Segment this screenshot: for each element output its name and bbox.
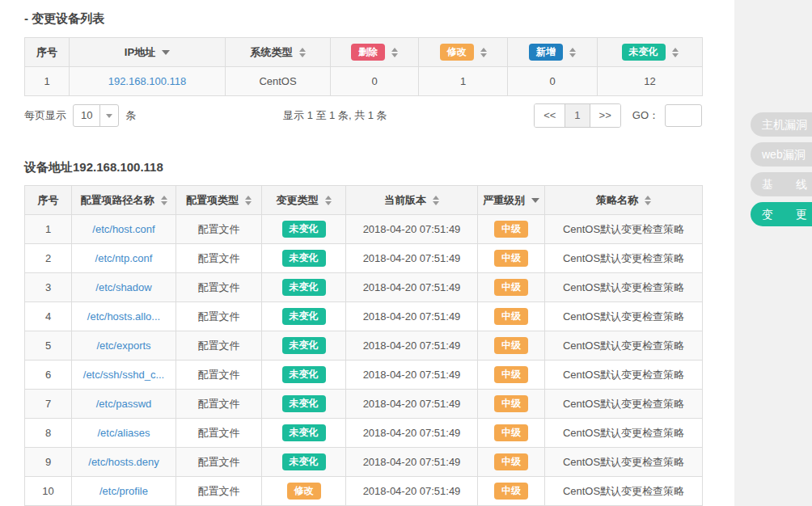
cell-config-type: 配置文件 (176, 244, 262, 273)
cell-config-type: 配置文件 (176, 331, 262, 361)
cell-config-type: 配置文件 (176, 215, 262, 244)
per-page-unit-label: 条 (125, 108, 136, 123)
cell-change-type: 未变化 (262, 244, 346, 273)
sort-icon[interactable] (245, 196, 252, 205)
change-type-badge: 修改 (287, 483, 321, 499)
header-seq: 序号 (25, 38, 70, 67)
sort-icon[interactable] (433, 196, 439, 205)
cell-policy-name: CentOS默认变更检查策略 (545, 448, 703, 477)
cell-policy-name: CentOS默认变更检查策略 (545, 390, 703, 419)
header-unchanged[interactable]: 未变化 (598, 38, 703, 67)
sort-icon[interactable] (325, 196, 332, 205)
goto-page-input[interactable] (665, 104, 702, 127)
cell-policy-name: CentOS默认变更检查策略 (545, 215, 703, 244)
header-current-version[interactable]: 当前版本 (346, 186, 478, 215)
device-ip-link[interactable]: 192.168.100.118 (108, 75, 187, 87)
header-config-path[interactable]: 配置项路径名称 (72, 186, 176, 215)
sort-icon[interactable] (299, 48, 306, 57)
cell-severity: 中级 (478, 448, 545, 477)
header-added[interactable]: 新增 (508, 38, 598, 67)
current-page-button[interactable]: 1 (565, 104, 590, 127)
sort-icon[interactable] (480, 48, 487, 57)
cell-policy-name: CentOS默认变更检查策略 (545, 302, 703, 331)
cell-seq: 2 (25, 244, 72, 273)
side-tab-baseline[interactable]: 基 线 (751, 172, 812, 196)
prev-page-button[interactable]: << (535, 104, 565, 127)
header-ip[interactable]: IP地址 (70, 38, 226, 67)
sort-desc-icon[interactable] (162, 50, 170, 55)
header-deleted[interactable]: 删除 (331, 38, 419, 67)
cell-seq: 8 (25, 419, 72, 448)
config-path-link[interactable]: /etc/ntp.conf (95, 252, 153, 264)
cell-config-path: /etc/profile (72, 477, 176, 506)
cell-seq: 9 (25, 448, 72, 477)
cell-severity: 中级 (478, 419, 545, 448)
header-os-type[interactable]: 系统类型 (226, 38, 331, 67)
config-path-link[interactable]: /etc/host.conf (92, 223, 154, 235)
device-table-header-row: 序号 IP地址 系统类型 删除 修改 新增 未变化 (25, 38, 703, 67)
change-type-badge: 未变化 (282, 395, 326, 411)
cell-severity: 中级 (478, 390, 545, 419)
side-tab-host-vuln[interactable]: 主机漏洞 (751, 112, 812, 137)
cell-config-type: 配置文件 (176, 477, 262, 506)
cell-policy-name: CentOS默认变更检查策略 (545, 244, 703, 273)
cell-unchanged-count: 12 (598, 67, 703, 96)
header-modified[interactable]: 修改 (419, 38, 508, 67)
section-title-device-address: 设备地址192.168.100.118 (24, 160, 702, 175)
cell-config-path: /etc/hosts.deny (72, 448, 176, 477)
cell-config-type: 配置文件 (176, 302, 262, 331)
severity-badge: 中级 (494, 337, 528, 353)
config-path-link[interactable]: /etc/exports (96, 339, 150, 352)
cell-severity: 中级 (478, 273, 545, 302)
per-page-value: 10 (74, 105, 99, 126)
cell-added-count: 0 (508, 67, 598, 96)
pagination-summary: 显示 1 至 1 条, 共 1 条 (136, 108, 534, 123)
severity-badge: 中级 (494, 395, 528, 411)
sort-icon[interactable] (569, 48, 576, 57)
cell-seq: 1 (25, 215, 72, 244)
side-tab-web-vuln[interactable]: web漏洞 (751, 142, 812, 167)
sort-icon[interactable] (391, 48, 398, 57)
cell-config-path: /etc/aliases (72, 419, 176, 448)
severity-badge: 中级 (494, 483, 528, 499)
config-table-row: 8 /etc/aliases 配置文件 未变化 2018-04-20 07:51… (25, 419, 703, 448)
cell-change-type: 未变化 (262, 448, 346, 477)
change-type-badge: 未变化 (282, 250, 326, 266)
sort-icon[interactable] (161, 196, 167, 205)
delete-badge: 删除 (351, 44, 385, 60)
header-config-type[interactable]: 配置项类型 (176, 186, 262, 215)
side-tab-change[interactable]: 变 更 (751, 202, 812, 226)
config-path-link[interactable]: /etc/shadow (95, 281, 151, 293)
change-type-badge: 未变化 (282, 366, 326, 382)
severity-badge: 中级 (494, 221, 528, 237)
config-table-row: 2 /etc/ntp.conf 配置文件 未变化 2018-04-20 07:5… (25, 244, 703, 273)
cell-current-version: 2018-04-20 07:51:49 (346, 302, 478, 331)
page-button-group: << 1 >> (534, 103, 621, 128)
config-path-link[interactable]: /etc/passwd (96, 398, 152, 410)
per-page-select[interactable]: 10 (73, 104, 119, 127)
cell-change-type: 未变化 (262, 390, 346, 419)
header-severity[interactable]: 严重级别 (478, 186, 545, 215)
config-path-link[interactable]: /etc/profile (99, 485, 148, 497)
severity-badge: 中级 (494, 250, 528, 266)
cell-current-version: 2018-04-20 07:51:49 (346, 448, 478, 477)
cell-change-type: 未变化 (262, 302, 346, 331)
next-page-button[interactable]: >> (590, 104, 620, 127)
config-path-link[interactable]: /etc/hosts.allo... (87, 310, 160, 323)
unchanged-badge: 未变化 (622, 44, 666, 60)
cell-policy-name: CentOS默认变更检查策略 (545, 273, 703, 302)
cell-severity: 中级 (478, 302, 545, 331)
config-path-link[interactable]: /etc/ssh/sshd_c... (83, 369, 164, 381)
cell-config-type: 配置文件 (176, 390, 262, 419)
sort-icon[interactable] (672, 48, 679, 57)
sort-icon[interactable] (645, 196, 651, 205)
cell-os: CentOS (226, 67, 331, 96)
sort-desc-icon[interactable] (531, 198, 539, 203)
cell-severity: 中级 (478, 477, 545, 506)
cell-seq: 4 (25, 302, 72, 331)
header-change-type[interactable]: 变更类型 (262, 186, 346, 215)
header-policy-name[interactable]: 策略名称 (545, 186, 703, 215)
cell-config-path: /etc/ntp.conf (72, 244, 176, 273)
config-path-link[interactable]: /etc/aliases (97, 427, 150, 439)
config-path-link[interactable]: /etc/hosts.deny (88, 456, 159, 468)
